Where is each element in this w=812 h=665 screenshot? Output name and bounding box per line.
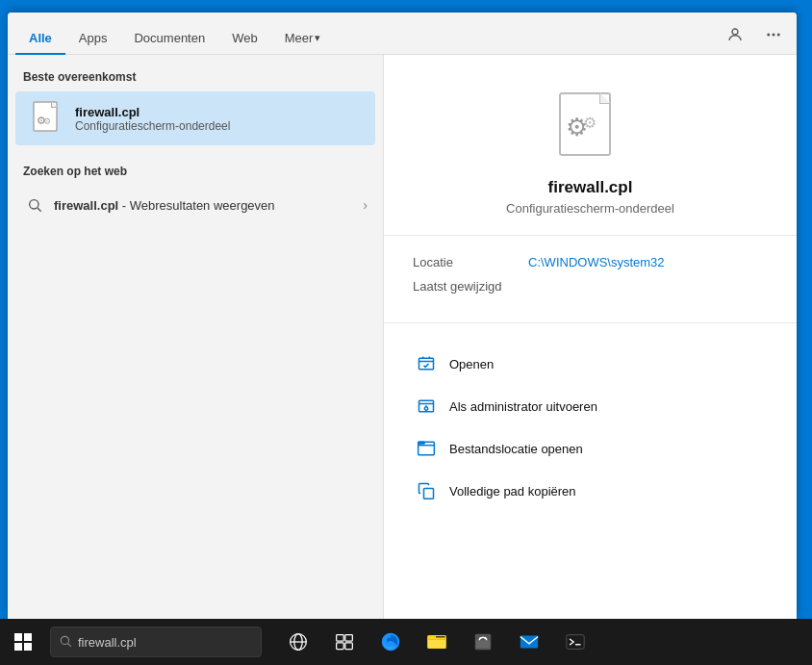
location-value[interactable]: C:\WINDOWS\system32 xyxy=(528,255,665,269)
svg-point-2 xyxy=(773,34,775,37)
multitasking-button[interactable] xyxy=(323,621,366,663)
explorer-button[interactable] xyxy=(416,621,458,663)
multitasking-icon xyxy=(335,632,354,652)
tab-web[interactable]: Web xyxy=(218,23,271,55)
person-icon-btn[interactable] xyxy=(720,19,750,50)
tabs-right-icons xyxy=(720,19,789,54)
web-search-item[interactable]: firewall.cpl - Webresultaten weergeven › xyxy=(8,186,383,224)
taskview-button[interactable] xyxy=(277,621,319,663)
action-file-loc-label: Bestandslocatie openen xyxy=(449,442,583,456)
svg-rect-12 xyxy=(419,358,434,370)
svg-point-14 xyxy=(424,407,427,410)
svg-rect-28 xyxy=(345,635,353,642)
start-button[interactable] xyxy=(0,619,46,665)
web-section: Zoeken op het web firewall.cpl - Webresu… xyxy=(8,145,383,224)
svg-rect-37 xyxy=(567,635,584,650)
result-title: firewall.cpl xyxy=(75,105,230,119)
best-match-label: Beste overeenkomst xyxy=(8,70,383,91)
explorer-icon xyxy=(426,631,447,652)
result-text: firewall.cpl Configuratiescherm-onderdee… xyxy=(75,105,230,133)
web-search-text: firewall.cpl - Webresultaten weergeven xyxy=(54,198,363,213)
app-detail-info: Locatie C:\WINDOWS\system32 Laatst gewij… xyxy=(384,236,797,323)
svg-point-7 xyxy=(30,200,38,209)
copy-path-icon xyxy=(413,477,440,504)
svg-text:⚙: ⚙ xyxy=(583,115,596,131)
location-row: Locatie C:\WINDOWS\system32 xyxy=(413,255,768,269)
svg-rect-18 xyxy=(14,633,22,641)
svg-rect-30 xyxy=(345,643,353,650)
app-detail-actions: Openen Als administrator uitvoeren xyxy=(384,323,797,531)
app-detail-name: firewall.cpl xyxy=(548,178,633,197)
chevron-down-icon: ▾ xyxy=(315,32,320,44)
action-file-loc[interactable]: Bestandslocatie openen xyxy=(413,427,768,470)
app-detail-icon: ⚙ ⚙ xyxy=(556,93,625,163)
app-detail-header: ⚙ ⚙ firewall.cpl Configuratiescherm-onde… xyxy=(384,55,797,236)
action-admin[interactable]: Als administrator uitvoeren xyxy=(413,385,768,427)
svg-rect-29 xyxy=(337,643,344,650)
taskview-icon xyxy=(289,632,308,652)
right-panel: ⚙ ⚙ firewall.cpl Configuratiescherm-onde… xyxy=(383,55,797,619)
cpl-file-icon-large: ⚙ ⚙ xyxy=(558,91,623,165)
mail-icon xyxy=(519,631,540,652)
svg-point-3 xyxy=(777,34,780,37)
tab-documenten[interactable]: Documenten xyxy=(120,23,218,55)
admin-icon xyxy=(413,393,440,420)
taskbar: firewall.cpl xyxy=(0,619,812,665)
terminal-icon xyxy=(565,631,586,652)
edge-button[interactable] xyxy=(369,621,412,663)
action-admin-label: Als administrator uitvoeren xyxy=(449,399,597,414)
content-area: Beste overeenkomst ⚙ ⚙ firewall.cpl Conf… xyxy=(8,55,797,619)
web-search-arrow-icon: › xyxy=(363,197,368,213)
app-detail-type: Configuratiescherm-onderdeel xyxy=(506,201,674,216)
cpl-icon-small-container: ⚙ ⚙ xyxy=(31,101,65,136)
svg-point-1 xyxy=(767,34,770,37)
taskbar-search-text: firewall.cpl xyxy=(78,635,137,650)
modified-row: Laatst gewijzigd xyxy=(413,279,768,294)
windows-logo-icon xyxy=(13,632,33,652)
svg-line-8 xyxy=(38,208,41,212)
file-location-icon xyxy=(413,435,440,462)
store-button[interactable] xyxy=(462,621,504,663)
svg-rect-20 xyxy=(14,643,22,651)
terminal-button[interactable] xyxy=(554,621,596,663)
svg-line-23 xyxy=(68,643,71,646)
web-section-label: Zoeken op het web xyxy=(8,165,383,186)
taskbar-icons xyxy=(277,621,596,663)
tab-apps[interactable]: Apps xyxy=(65,23,121,55)
svg-rect-17 xyxy=(424,489,434,499)
search-icon xyxy=(23,193,46,217)
search-window: Alle Apps Documenten Web Meer ▾ xyxy=(8,13,797,619)
open-icon xyxy=(413,350,440,377)
svg-rect-27 xyxy=(337,635,344,642)
action-copy-path-label: Volledige pad kopiëren xyxy=(449,484,576,499)
tab-meer[interactable]: Meer ▾ xyxy=(271,23,335,55)
action-copy-path[interactable]: Volledige pad kopiëren xyxy=(413,470,768,512)
more-options-icon-btn[interactable] xyxy=(758,19,789,50)
action-open-label: Openen xyxy=(449,357,494,371)
taskbar-search-box[interactable]: firewall.cpl xyxy=(50,627,262,657)
location-label: Locatie xyxy=(413,255,528,269)
cpl-file-icon-small: ⚙ ⚙ xyxy=(33,101,63,136)
svg-rect-21 xyxy=(24,643,32,651)
svg-text:⚙: ⚙ xyxy=(43,116,51,126)
modified-label: Laatst gewijzigd xyxy=(413,279,528,294)
result-subtitle: Configuratiescherm-onderdeel xyxy=(75,119,230,133)
action-open[interactable]: Openen xyxy=(413,343,768,385)
svg-rect-36 xyxy=(520,636,538,649)
svg-rect-19 xyxy=(24,633,32,641)
mail-button[interactable] xyxy=(508,621,550,663)
tab-alle[interactable]: Alle xyxy=(15,23,65,55)
taskbar-search-icon xyxy=(59,634,72,651)
store-icon xyxy=(472,631,494,652)
svg-point-22 xyxy=(61,636,68,644)
best-match-result[interactable]: ⚙ ⚙ firewall.cpl Configuratiescherm-onde… xyxy=(15,91,375,145)
left-panel: Beste overeenkomst ⚙ ⚙ firewall.cpl Conf… xyxy=(8,55,383,619)
svg-point-0 xyxy=(732,29,738,35)
edge-icon xyxy=(380,631,401,652)
tabs-bar: Alle Apps Documenten Web Meer ▾ xyxy=(8,13,797,55)
svg-rect-35 xyxy=(476,640,491,648)
